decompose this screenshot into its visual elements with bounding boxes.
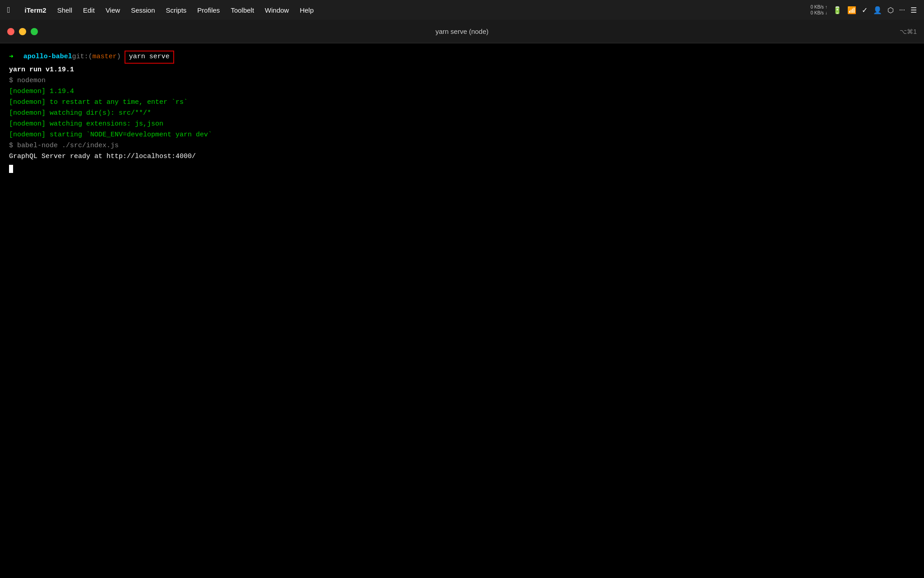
output-nodemon-version: [nodemon] 1.19.4 [9,86,915,97]
output-nodemon-watching-ext: [nodemon] watching extensions: js,json [9,119,915,130]
menu-view[interactable]: View [100,5,125,16]
apple-logo-icon[interactable]:  [7,5,10,15]
prompt-branch: master [92,52,117,62]
titlebar: yarn serve (node) ⌥⌘1 [0,20,924,43]
menubar:  iTerm2 Shell Edit View Session Scripts… [0,0,924,20]
status-icon: ✓ [862,6,868,14]
output-babel-node: $ babel-node ./src/index.js [9,140,915,151]
menu-edit[interactable]: Edit [78,5,100,16]
terminal[interactable]: ➜ apollo-babel git:( master ) yarn serve… [0,43,924,578]
menu-session[interactable]: Session [125,5,160,16]
menu-shell[interactable]: Shell [52,5,78,16]
output-nodemon: $ nodemon [9,75,915,86]
prompt-directory: apollo-babel [23,52,72,62]
menu-window[interactable]: Window [259,5,294,16]
network-stats: 0 KB/s ↑ 0 KB/s ↓ [810,4,827,16]
network-download: 0 KB/s ↓ [810,10,827,16]
network-upload: 0 KB/s ↑ [810,4,827,10]
list-icon: ☰ [910,6,917,14]
prompt-command-highlight: yarn serve [125,51,174,64]
minimize-button[interactable] [19,28,26,35]
output-yarn-run: yarn run v1.19.1 [9,65,915,75]
cursor-line [9,163,915,173]
output-nodemon-restart: [nodemon] to restart at any time, enter … [9,97,915,108]
window-controls[interactable] [7,28,38,35]
menu-toolbelt[interactable]: Toolbelt [225,5,259,16]
prompt-line: ➜ apollo-babel git:( master ) yarn serve [9,51,915,64]
battery-icon: 🔋 [833,6,842,14]
terminal-cursor [9,165,13,173]
output-graphql-ready: GraphQL Server ready at http://localhost… [9,151,915,162]
menu-help[interactable]: Help [294,5,319,16]
close-button[interactable] [7,28,14,35]
menubar-right: 0 KB/s ↑ 0 KB/s ↓ 🔋 📶 ✓ 👤 ⬡ ··· ☰ [810,4,917,16]
prompt-git-close: ) [117,52,121,62]
user-icon: 👤 [873,6,882,14]
maximize-button[interactable] [31,28,38,35]
menu-iterm2[interactable]: iTerm2 [19,5,52,16]
output-nodemon-starting: [nodemon] starting `NODE_ENV=development… [9,130,915,140]
menu-profiles[interactable]: Profiles [192,5,225,16]
prompt-arrow: ➜ [9,51,14,62]
siri-icon: ⬡ [887,6,894,14]
more-icon: ··· [899,6,905,14]
window-title: yarn serve (node) [435,28,489,35]
output-nodemon-watching-dir: [nodemon] watching dir(s): src/**/* [9,108,915,119]
wifi-icon: 📶 [847,6,856,14]
prompt-git-open: git:( [72,52,92,62]
titlebar-shortcut: ⌥⌘1 [900,28,917,35]
menu-scripts[interactable]: Scripts [161,5,192,16]
